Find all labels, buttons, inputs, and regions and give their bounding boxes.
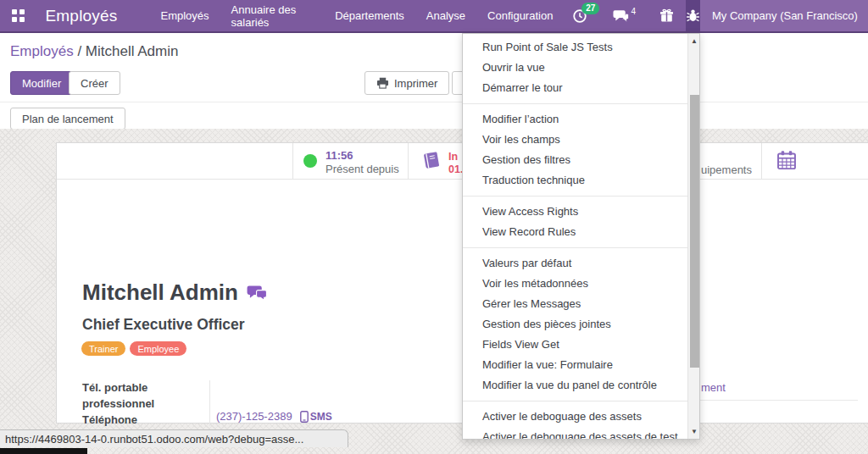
apps-menu-button[interactable]	[0, 0, 36, 31]
phone-value-link[interactable]: (237)-125-2389	[216, 410, 292, 423]
equipment-stat-fragment[interactable]: uipements	[701, 163, 752, 176]
stat-cell-divider	[292, 143, 293, 179]
message-count: 4	[631, 7, 636, 16]
breadcrumb-parent-link[interactable]: Employés	[10, 43, 74, 59]
debug-menu-item[interactable]: Activer le deboguage des assets	[463, 407, 687, 427]
scroll-up-arrow-icon[interactable]: ▲	[688, 37, 700, 45]
menu-divider	[463, 247, 687, 248]
chat-bubbles-icon	[613, 9, 629, 23]
presence-status-dot	[303, 154, 317, 168]
debug-menu-item[interactable]: Activer le deboguage des assets de test	[463, 427, 687, 440]
debug-menu-button[interactable]	[686, 0, 700, 31]
messages-systray-button[interactable]: 4	[604, 0, 644, 31]
debug-menu-item[interactable]: Gestion des filtres	[463, 150, 687, 170]
top-navbar: Employés Employés Annuaire des salariés …	[0, 0, 868, 33]
debug-menu-item[interactable]: View Record Rules	[463, 222, 687, 242]
apps-grid-icon	[12, 9, 25, 23]
debug-menu-item[interactable]: Modifier l’action	[463, 109, 687, 130]
debug-menu-item[interactable]: View Access Rights	[463, 202, 687, 222]
launch-plan-button[interactable]: Plan de lancement	[10, 108, 125, 130]
debug-menu-item[interactable]: Voir les champs	[463, 130, 687, 150]
presence-label[interactable]: Présent depuis	[326, 163, 399, 175]
menu-divider	[463, 103, 687, 104]
main-menu-bar: Employés Annuaire des salariés Départeme…	[150, 0, 565, 31]
debug-menu-item[interactable]: Modifier la vue du panel de contrôle	[463, 375, 687, 396]
gift-systray-button[interactable]	[651, 0, 682, 31]
app-brand: Employés	[45, 0, 117, 31]
mobile-field-label-2: professionnel	[82, 396, 154, 412]
debug-dropdown-menu: Run Point of Sale JS Tests Ouvrir la vue…	[462, 33, 700, 440]
leaves-stat-text-fragment[interactable]: In 01.	[448, 151, 463, 176]
sms-label: SMS	[310, 411, 332, 423]
stat-cell-divider	[408, 143, 409, 179]
taskbar-fragment	[0, 448, 87, 454]
field-labels: Tél. portable professionnel Téléphone	[82, 379, 154, 428]
create-button[interactable]: Créer	[69, 71, 120, 95]
gift-icon	[659, 8, 674, 23]
speech-bubbles-icon[interactable]	[247, 284, 268, 302]
presence-time[interactable]: 11:56	[326, 149, 353, 162]
field-table-divider	[209, 380, 210, 426]
employee-name-row: Mitchell Admin	[82, 280, 268, 306]
menu-employes[interactable]: Employés	[150, 0, 220, 31]
menu-annuaire[interactable]: Annuaire des salariés	[220, 0, 325, 31]
debug-menu-item[interactable]: Gérer les Messages	[463, 294, 687, 314]
menu-configuration[interactable]: Configuration	[476, 0, 564, 31]
control-panel-divider	[0, 102, 868, 102]
systray: 27 4	[564, 0, 868, 31]
menu-divider	[463, 401, 687, 401]
breadcrumb-separator: /	[77, 43, 81, 59]
menu-analyse[interactable]: Analyse	[415, 0, 476, 31]
debug-menu-item[interactable]: Fields View Get	[463, 335, 687, 355]
print-button[interactable]: Imprimer	[364, 71, 449, 95]
activity-systray-button[interactable]: 27	[564, 0, 596, 31]
stat-cell-divider	[761, 143, 762, 179]
printer-icon	[376, 77, 389, 89]
row-divider	[700, 400, 858, 401]
bug-icon	[686, 8, 700, 23]
breadcrumb: Employés / Mitchell Admin	[10, 43, 178, 60]
calendar-icon	[776, 150, 798, 172]
breadcrumb-current: Mitchell Admin	[86, 43, 179, 59]
calendar-stat-button[interactable]	[776, 150, 798, 175]
tag-employee: Employee	[130, 341, 186, 356]
phone-value-row: (237)-125-2389 SMS	[216, 410, 332, 423]
debug-menu-item[interactable]: Gestion des pièces jointes	[463, 314, 687, 335]
debug-menu-item[interactable]: Run Point of Sale JS Tests	[463, 37, 687, 58]
edit-button[interactable]: Modifier	[10, 71, 73, 95]
employee-name: Mitchell Admin	[82, 280, 238, 306]
dropdown-scrollbar[interactable]: ▲ ▼	[687, 34, 699, 439]
print-button-label: Imprimer	[394, 77, 437, 90]
scroll-down-arrow-icon[interactable]: ▼	[688, 428, 700, 435]
employee-tags: Trainer Employee	[81, 341, 186, 356]
link-text-fragment[interactable]: ment	[701, 381, 726, 394]
sms-link[interactable]: SMS	[300, 411, 332, 423]
employee-job-title: Chief Executive Officer	[82, 316, 245, 334]
debug-menu-item[interactable]: Ouvrir la vue	[463, 58, 687, 78]
debug-menu-item[interactable]: Démarrer le tour	[463, 78, 687, 98]
mobile-phone-icon	[300, 411, 309, 423]
debug-menu-item[interactable]: Valeurs par défaut	[463, 253, 687, 274]
book-icon	[421, 150, 443, 172]
scrollbar-thumb[interactable]	[690, 95, 699, 368]
debug-menu-item[interactable]: Modifier la vue: Formulaire	[463, 355, 687, 375]
menu-departements[interactable]: Départements	[324, 0, 415, 31]
odoo-employees-screen: Employés Employés Annuaire des salariés …	[0, 0, 868, 454]
activity-count-badge: 27	[581, 3, 599, 14]
tag-trainer: Trainer	[81, 341, 125, 356]
company-switcher[interactable]: My Company (San Francisco)	[700, 0, 868, 31]
phone-field-label: Téléphone	[82, 412, 154, 428]
debug-menu-item[interactable]: Voir les métadonnées	[463, 274, 687, 294]
leaves-stat-button[interactable]	[421, 150, 443, 175]
menu-divider	[463, 196, 687, 197]
debug-menu-item[interactable]: Traduction technique	[463, 170, 687, 191]
mobile-field-label: Tél. portable	[82, 379, 154, 396]
browser-status-url: https://4469803-14-0.runbot51.odoo.com/w…	[0, 429, 348, 447]
